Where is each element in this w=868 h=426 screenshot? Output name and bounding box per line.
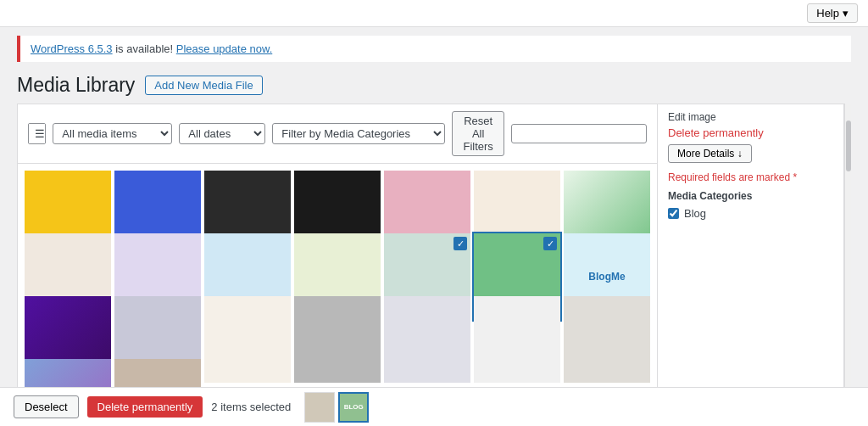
- selected-count: 2 items selected: [211, 401, 291, 413]
- media-item[interactable]: [204, 296, 291, 383]
- media-item[interactable]: [564, 296, 650, 383]
- list-view-icon: ☰: [35, 127, 45, 140]
- page-title: Media Library: [17, 74, 135, 97]
- sidebar-panel: Edit image Delete permanently More Detai…: [658, 104, 844, 426]
- update-notice: WordPress 6.5.3 is available! Please upd…: [17, 36, 851, 62]
- preview-thumb-2: BLOG: [338, 392, 369, 423]
- update-link[interactable]: Please update now.: [176, 42, 272, 55]
- search-input[interactable]: [511, 124, 647, 143]
- main-content: ☰ ⁝ All media items All dates Filter by …: [17, 104, 851, 426]
- reset-filters-button[interactable]: Reset All Filters: [452, 111, 504, 156]
- page-header: Media Library Add New Media File: [0, 65, 868, 104]
- media-categories-label: Media Categories: [668, 190, 833, 202]
- delete-permanently-button[interactable]: Delete permanently: [87, 396, 203, 418]
- scrollbar[interactable]: [844, 104, 851, 426]
- required-note: Required fields are marked *: [668, 171, 833, 183]
- blog-category-row: Blog: [668, 207, 833, 220]
- required-note-text: Required fields are marked *: [668, 171, 797, 183]
- more-details-button[interactable]: More Details ↓: [668, 144, 752, 163]
- help-label: Help: [816, 7, 839, 20]
- view-toggle: ☰ ⁝: [28, 123, 46, 144]
- preview-thumb-1: [304, 392, 335, 423]
- bottom-bar: Deselect Delete permanently 2 items sele…: [0, 387, 868, 426]
- notice-text: is available!: [115, 42, 176, 55]
- media-area: ☰ ⁝ All media items All dates Filter by …: [17, 104, 658, 426]
- thumbnail-preview: BLOG: [304, 392, 369, 423]
- media-item[interactable]: [384, 296, 470, 383]
- blog-label: Blog: [684, 207, 706, 220]
- blog-checkbox[interactable]: [668, 208, 679, 219]
- deselect-button[interactable]: Deselect: [14, 395, 79, 418]
- checkmark-icon: [453, 237, 467, 250]
- category-filter[interactable]: Filter by Media Categories: [272, 123, 445, 144]
- date-filter[interactable]: All dates: [179, 123, 265, 144]
- checkmark-icon: [543, 237, 557, 250]
- media-item[interactable]: [474, 296, 560, 383]
- help-button[interactable]: Help ▾: [807, 3, 858, 23]
- sidebar-cut-image: Edit image: [668, 111, 833, 123]
- add-new-media-button[interactable]: Add New Media File: [145, 76, 262, 95]
- media-grid: BlogMe: [18, 164, 657, 425]
- list-view-button[interactable]: ☰: [29, 124, 46, 143]
- wp-version-link[interactable]: WordPress 6.5.3: [31, 42, 113, 55]
- media-item[interactable]: [294, 296, 381, 383]
- media-toolbar: ☰ ⁝ All media items All dates Filter by …: [18, 104, 657, 164]
- delete-permanently-link[interactable]: Delete permanently: [668, 126, 833, 139]
- media-type-filter[interactable]: All media items: [53, 123, 172, 144]
- scroll-thumb: [846, 121, 851, 171]
- top-bar: Help ▾: [0, 0, 868, 27]
- help-chevron: ▾: [843, 7, 849, 20]
